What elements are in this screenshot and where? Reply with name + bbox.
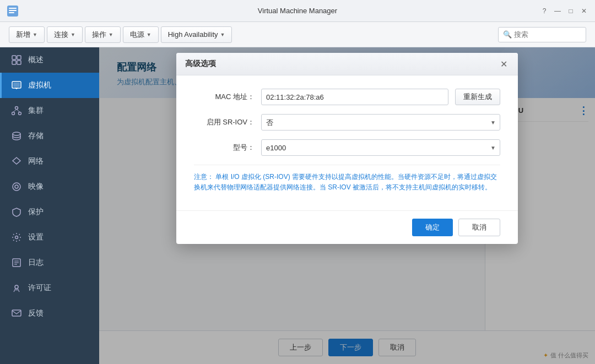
sidebar-network-label: 网络: [28, 156, 44, 166]
app-icon: [7, 5, 19, 17]
svg-point-19: [15, 185, 18, 188]
sidebar-vm-label: 虚拟机: [28, 80, 51, 90]
new-arrow: ▼: [33, 32, 37, 37]
sidebar-item-storage[interactable]: 存储: [0, 123, 99, 149]
svg-rect-3: [9, 12, 14, 13]
sidebar-item-cluster[interactable]: 集群: [0, 98, 99, 123]
svg-line-15: [13, 110, 17, 112]
svg-point-13: [12, 112, 15, 115]
model-select[interactable]: e1000 virtio: [261, 139, 500, 156]
regenerate-button[interactable]: 重新生成: [455, 89, 500, 105]
sidebar-item-image[interactable]: 映像: [0, 174, 99, 199]
sidebar-log-label: 日志: [28, 258, 44, 268]
dialog-ok-button[interactable]: 确定: [412, 219, 453, 236]
sidebar-item-overview[interactable]: 概述: [0, 47, 99, 73]
sidebar-item-protection[interactable]: 保护: [0, 199, 99, 225]
maximize-button[interactable]: □: [566, 7, 575, 15]
note-content: 注意： 单根 I/O 虚拟化 (SR-IOV) 需要硬件支持以提高虚拟机的性能。…: [194, 173, 497, 191]
title-bar: Virtual Machine Manager ? — □ ✕: [0, 0, 595, 22]
sidebar-settings-label: 设置: [28, 232, 44, 242]
sidebar-item-license[interactable]: 许可证: [0, 275, 99, 301]
connect-label: 连接: [54, 30, 68, 40]
vm-icon: [10, 79, 23, 91]
dialog-overlay: 高级选项 ✕ MAC 地址： 重新生成 启用 SR-IOV：: [99, 47, 595, 364]
sidebar-item-network[interactable]: 网络: [0, 149, 99, 174]
svg-point-18: [13, 183, 20, 191]
svg-rect-4: [12, 56, 16, 59]
action-label: 操作: [92, 30, 106, 40]
sidebar-item-settings[interactable]: 设置: [0, 225, 99, 250]
connect-button[interactable]: 连接 ▼: [47, 26, 83, 43]
dialog-body: MAC 地址： 重新生成 启用 SR-IOV： 否 是 ▼: [176, 75, 518, 210]
minimize-button[interactable]: —: [553, 7, 562, 15]
dialog-footer: 确定 取消: [176, 210, 518, 244]
svg-rect-26: [12, 310, 21, 316]
protection-icon: [10, 206, 23, 218]
sriov-label: 启用 SR-IOV：: [194, 117, 255, 127]
settings-icon: [10, 231, 23, 243]
sriov-row: 启用 SR-IOV： 否 是 ▼: [194, 114, 500, 131]
svg-rect-7: [17, 61, 21, 64]
app-title: Virtual Machine Manager: [258, 7, 337, 15]
sidebar-image-label: 映像: [28, 182, 44, 192]
overview-icon: [10, 54, 23, 66]
advanced-options-dialog: 高级选项 ✕ MAC 地址： 重新生成 启用 SR-IOV：: [176, 53, 518, 244]
dialog-cancel-button[interactable]: 取消: [458, 219, 500, 236]
sidebar-overview-label: 概述: [28, 55, 44, 65]
feedback-icon: [10, 307, 23, 319]
sidebar-storage-label: 存储: [28, 131, 44, 141]
svg-point-20: [15, 236, 18, 239]
sidebar-item-vm[interactable]: 虚拟机: [0, 73, 99, 98]
toolbar: 新增 ▼ 连接 ▼ 操作 ▼ 电源 ▼ High Availability ▼ …: [0, 22, 595, 47]
sidebar-item-log[interactable]: 日志: [0, 250, 99, 275]
content-area: 配置网络 为虚拟机配置主机、处理器，并配置网络 主机 CPU ⋮ 上一步 下一步…: [99, 47, 595, 364]
ha-label: High Availability: [168, 30, 218, 39]
mac-address-row: MAC 地址： 重新生成: [194, 89, 500, 105]
svg-point-17: [13, 132, 20, 135]
ha-arrow: ▼: [220, 32, 225, 37]
ha-button[interactable]: High Availability ▼: [161, 26, 232, 43]
note-text: 注意： 单根 I/O 虚拟化 (SR-IOV) 需要硬件支持以提高虚拟机的性能。…: [194, 165, 500, 197]
sidebar-item-feedback[interactable]: 反馈: [0, 301, 99, 326]
mac-label: MAC 地址：: [194, 92, 255, 102]
sidebar-cluster-label: 集群: [28, 106, 44, 116]
mac-input[interactable]: [261, 89, 448, 105]
model-select-wrap: e1000 virtio ▼: [261, 139, 500, 156]
sidebar-feedback-label: 反馈: [28, 308, 44, 318]
main-layout: 概述 虚拟机: [0, 47, 595, 364]
power-button[interactable]: 电源 ▼: [123, 26, 159, 43]
dialog-close-button[interactable]: ✕: [498, 58, 509, 69]
search-icon: 🔍: [503, 30, 512, 39]
license-icon: [10, 282, 23, 294]
power-label: 电源: [130, 30, 144, 40]
sriov-select-wrap: 否 是 ▼: [261, 114, 500, 131]
power-arrow: ▼: [147, 32, 152, 37]
svg-rect-9: [13, 83, 20, 87]
connect-arrow: ▼: [71, 32, 75, 37]
svg-point-14: [19, 112, 21, 115]
dialog-title: 高级选项: [185, 59, 216, 69]
title-bar-controls: ? — □ ✕: [540, 7, 588, 15]
svg-rect-1: [9, 8, 17, 9]
dialog-header: 高级选项 ✕: [176, 53, 518, 75]
new-label: 新增: [16, 30, 30, 40]
search-input[interactable]: [514, 30, 580, 39]
title-bar-left: [7, 5, 19, 17]
svg-rect-6: [12, 61, 16, 64]
window-close-button[interactable]: ✕: [580, 7, 588, 15]
svg-rect-5: [17, 56, 21, 59]
new-button[interactable]: 新增 ▼: [9, 26, 45, 43]
sidebar: 概述 虚拟机: [0, 47, 99, 364]
search-container: 🔍: [498, 27, 586, 42]
sidebar-protection-label: 保护: [28, 207, 44, 217]
model-label: 型号：: [194, 143, 255, 153]
cluster-icon: [10, 105, 23, 117]
network-icon: [10, 155, 23, 167]
svg-line-16: [17, 110, 20, 112]
help-button[interactable]: ?: [540, 7, 549, 15]
model-row: 型号： e1000 virtio ▼: [194, 139, 500, 156]
sriov-select[interactable]: 否 是: [261, 114, 500, 131]
action-arrow: ▼: [109, 32, 113, 37]
image-icon: [10, 181, 23, 193]
action-button[interactable]: 操作 ▼: [85, 26, 121, 43]
